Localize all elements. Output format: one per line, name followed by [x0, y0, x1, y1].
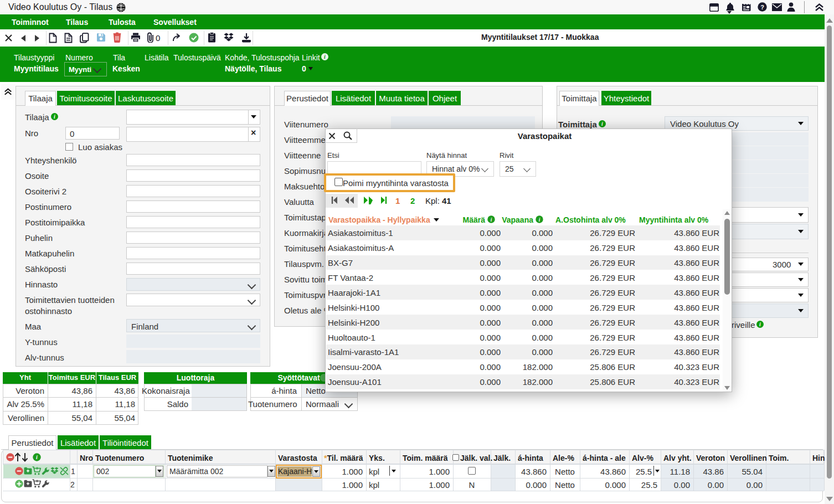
- svg-text:i: i: [36, 454, 38, 460]
- svg-text:i: i: [539, 217, 540, 223]
- svg-text:?: ?: [760, 4, 764, 11]
